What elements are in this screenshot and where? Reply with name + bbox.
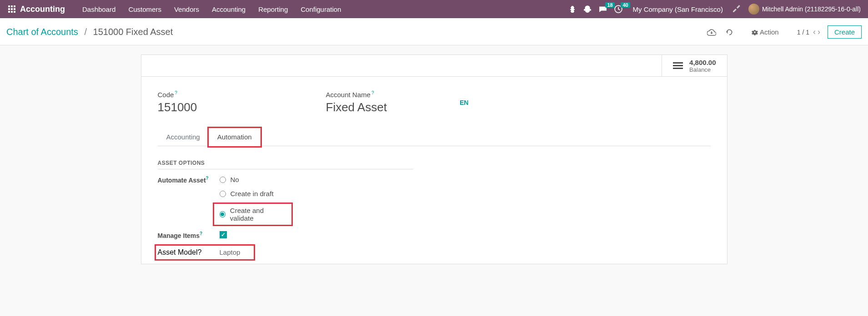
status-bar: 4,800.00 Balance bbox=[141, 55, 727, 77]
journal-lines-icon bbox=[673, 62, 683, 69]
manage-items-label: Manage Items? bbox=[158, 231, 220, 239]
asset-model-label: Asset Model? bbox=[158, 248, 220, 257]
create-button[interactable]: Create bbox=[828, 25, 862, 39]
account-name-label: Account Name? bbox=[326, 90, 387, 99]
messages-badge: 18 bbox=[605, 2, 614, 8]
balance-label: Balance bbox=[689, 66, 716, 73]
company-selector[interactable]: My Company (San Francisco) bbox=[632, 5, 722, 13]
breadcrumb-current: 151000 Fixed Asset bbox=[93, 27, 173, 37]
radio-icon bbox=[220, 191, 226, 197]
menu-customers[interactable]: Customers bbox=[128, 5, 161, 13]
help-icon[interactable]: ? bbox=[200, 231, 202, 236]
apps-icon[interactable] bbox=[8, 5, 15, 13]
code-label: Code? bbox=[158, 90, 299, 99]
avatar bbox=[748, 4, 759, 15]
menu-vendors[interactable]: Vendors bbox=[174, 5, 199, 13]
user-menu[interactable]: Mitchell Admin (21182295-16-0-all) bbox=[748, 4, 861, 15]
automate-asset-label: Automate Asset? bbox=[158, 176, 220, 184]
breadcrumb-separator: / bbox=[84, 27, 87, 37]
radio-icon bbox=[220, 177, 226, 183]
radio-automate-no[interactable]: No bbox=[220, 176, 291, 183]
bug-icon[interactable] bbox=[569, 5, 576, 13]
breadcrumb-root[interactable]: Chart of Accounts bbox=[6, 27, 78, 37]
radio-icon-selected bbox=[220, 211, 226, 217]
menu-reporting[interactable]: Reporting bbox=[258, 5, 288, 13]
user-name: Mitchell Admin (21182295-16-0-all) bbox=[762, 5, 861, 13]
help-icon[interactable]: ? bbox=[175, 90, 177, 95]
pager[interactable]: 1 / 1 bbox=[797, 29, 809, 36]
code-value[interactable]: 151000 bbox=[158, 100, 299, 114]
top-navbar: Accounting Dashboard Customers Vendors A… bbox=[0, 0, 868, 18]
radio-automate-draft[interactable]: Create in draft bbox=[220, 190, 291, 198]
help-icon[interactable]: ? bbox=[198, 248, 202, 256]
manage-items-checkbox[interactable] bbox=[220, 231, 227, 238]
debug-tools-icon[interactable] bbox=[733, 5, 741, 13]
activities-icon[interactable]: 40 bbox=[614, 5, 622, 13]
asset-options-heading: ASSET OPTIONS bbox=[158, 160, 413, 169]
balance-button[interactable]: 4,800.00 Balance bbox=[662, 55, 727, 76]
account-name-value[interactable]: Fixed Asset bbox=[326, 100, 387, 114]
action-dropdown[interactable]: Action bbox=[752, 28, 779, 36]
action-label: Action bbox=[760, 28, 779, 36]
radio-automate-validate[interactable]: Create and validate bbox=[214, 204, 291, 225]
support-icon[interactable] bbox=[583, 5, 592, 13]
balance-amount: 4,800.00 bbox=[689, 59, 716, 66]
activities-badge: 40 bbox=[621, 2, 630, 8]
messages-icon[interactable]: 18 bbox=[599, 5, 607, 13]
translate-button[interactable]: EN bbox=[460, 99, 468, 106]
pager-prev-icon[interactable]: ‹ bbox=[813, 27, 816, 37]
undo-icon[interactable] bbox=[725, 28, 733, 36]
radio-label: Create in draft bbox=[231, 190, 274, 198]
radio-label: No bbox=[231, 176, 239, 183]
tab-automation[interactable]: Automation bbox=[209, 128, 261, 146]
tab-bar: Accounting Automation bbox=[158, 128, 711, 146]
pager-next-icon[interactable]: › bbox=[818, 27, 820, 37]
app-brand[interactable]: Accounting bbox=[20, 5, 65, 14]
menu-accounting[interactable]: Accounting bbox=[212, 5, 246, 13]
cloud-save-icon[interactable] bbox=[707, 29, 716, 36]
tab-automation-content: ASSET OPTIONS Automate Asset? No Create … bbox=[158, 146, 711, 259]
breadcrumb: Chart of Accounts / 151000 Fixed Asset bbox=[6, 27, 173, 37]
control-panel: Chart of Accounts / 151000 Fixed Asset A… bbox=[0, 18, 868, 45]
tab-accounting[interactable]: Accounting bbox=[158, 128, 209, 146]
help-icon[interactable]: ? bbox=[371, 90, 374, 95]
radio-label: Create and validate bbox=[230, 207, 286, 222]
asset-model-value[interactable]: Laptop bbox=[220, 248, 241, 256]
menu-configuration[interactable]: Configuration bbox=[301, 5, 341, 13]
menu-dashboard[interactable]: Dashboard bbox=[82, 5, 115, 13]
help-icon[interactable]: ? bbox=[206, 176, 209, 181]
form-sheet: 4,800.00 Balance Code? 151000 Account Na… bbox=[141, 54, 728, 264]
